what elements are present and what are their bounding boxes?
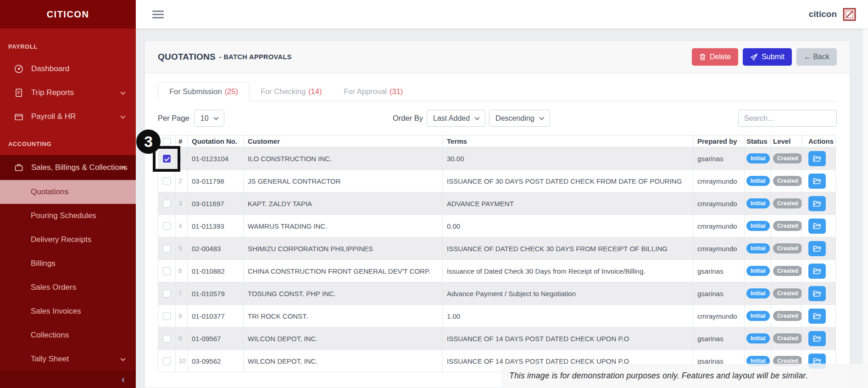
sidebar-subitem-sales-invoices[interactable]: Sales Invoices	[0, 299, 136, 323]
back-button[interactable]: ← Back	[796, 48, 837, 66]
customer-cell: TOSUNG CONST. PHP INC.	[244, 282, 443, 305]
tab-count: (25)	[225, 87, 238, 96]
chevron-down-icon	[213, 115, 218, 120]
order-field-value: Last Added	[433, 114, 470, 123]
order-by-label: Order By	[393, 114, 423, 123]
level-badge: Created	[773, 176, 802, 186]
row-checkbox[interactable]	[163, 357, 171, 365]
sidebar-subitem-tally-sheet[interactable]: Tally Sheet	[0, 347, 136, 371]
open-quotation-button[interactable]	[808, 264, 826, 279]
open-quotation-button[interactable]	[808, 151, 826, 166]
prepared-by-cell: cmraymundo	[693, 192, 745, 215]
open-quotation-button[interactable]	[808, 196, 826, 211]
open-quotation-button[interactable]	[808, 174, 826, 189]
sidebar-item-sales-billings-collections[interactable]: Sales, Billings & Collections	[0, 155, 136, 180]
sidebar-subitem-delivery-receipts[interactable]: Delivery Receipts	[0, 228, 136, 252]
collapse-sidebar-icon[interactable]: ‹	[122, 375, 125, 385]
customer-cell: JS GENERAL CONTRACTOR	[244, 170, 443, 192]
row-number: 4	[176, 215, 188, 237]
actions-cell	[802, 327, 836, 350]
row-checkbox[interactable]	[163, 335, 171, 343]
status-cell: Initial	[745, 305, 771, 327]
tab-for-approval[interactable]: For Approval (31)	[333, 82, 414, 101]
folder-open-icon	[813, 223, 821, 230]
quotations-card: QUOTATIONS - BATCH APPROVALS Delete Subm…	[145, 40, 850, 388]
level-badge: Created	[773, 221, 802, 231]
level-badge: Created	[773, 266, 802, 276]
order-field-select[interactable]: Last Added	[427, 110, 485, 127]
quotation-no-cell: 03-09562	[188, 350, 244, 372]
folder-open-icon	[813, 245, 821, 252]
sidebar-item-payroll-hr[interactable]: Payroll & HR	[0, 105, 136, 129]
hamburger-menu-icon[interactable]	[152, 9, 164, 20]
customer-cell: TRI ROCK CONST.	[244, 305, 443, 327]
row-checkbox[interactable]	[163, 177, 171, 185]
delete-button[interactable]: Delete	[692, 48, 738, 66]
folder-open-icon	[813, 313, 821, 320]
table-row: 502-00483SHIMIZU CORPORATION PHILIPPINES…	[158, 237, 836, 260]
row-number: 5	[176, 237, 188, 260]
row-checkbox[interactable]	[163, 200, 171, 208]
topbar: citicon	[136, 0, 868, 28]
demo-disclaimer: This image is for demonstration purposes…	[501, 364, 868, 388]
col-header-num: #	[176, 135, 188, 147]
sidebar-subitem-pouring-schedules[interactable]: Pouring Schedules	[0, 204, 136, 228]
sidebar-subitem-label: Sales Invoices	[31, 307, 81, 316]
open-quotation-button[interactable]	[808, 309, 826, 324]
customer-cell: ILO CONSTRUCTION INC.	[244, 147, 443, 170]
customer-cell: WILCON DEPOT, INC.	[244, 350, 443, 372]
card-header: QUOTATIONS - BATCH APPROVALS Delete Subm…	[145, 41, 850, 73]
col-header-prepared: Prepared by	[693, 135, 745, 147]
sidebar-subitem-collections[interactable]: Collections	[0, 323, 136, 347]
table-row: 701-010579TOSUNG CONST. PHP INC.Advance …	[158, 282, 836, 305]
per-page-select[interactable]: 10	[194, 110, 224, 127]
terms-cell: 0.00	[443, 215, 693, 237]
submit-button[interactable]: Submit	[743, 48, 792, 66]
sidebar-item-label: Sales, Billings & Collections	[31, 163, 128, 172]
sidebar-subitem-label: Billings	[31, 259, 56, 268]
order-direction-select[interactable]: Descending	[489, 110, 550, 127]
chevron-down-icon	[120, 113, 125, 118]
level-cell: Created	[771, 282, 802, 305]
sidebar-subitem-quotations[interactable]: Quotations	[0, 180, 136, 204]
row-checkbox[interactable]	[163, 245, 171, 253]
row-checkbox[interactable]	[163, 267, 171, 275]
open-quotation-button[interactable]	[808, 331, 826, 346]
level-badge: Created	[773, 243, 802, 253]
col-header-quotation: Quotation No.	[188, 135, 244, 147]
open-quotation-button[interactable]	[808, 219, 826, 234]
search-input[interactable]	[738, 110, 837, 127]
sidebar-item-dashboard[interactable]: Dashboard	[0, 57, 136, 81]
tab-for-checking[interactable]: For Checking (14)	[250, 82, 333, 101]
quotation-no-cell: 01-0123104	[188, 147, 244, 170]
row-checkbox[interactable]	[163, 222, 171, 230]
quotation-no-cell: 03-011798	[188, 170, 244, 192]
tab-for-submission[interactable]: For Submission (25)	[158, 82, 250, 101]
terms-cell: 1.00	[443, 305, 693, 327]
level-badge: Created	[773, 333, 802, 343]
folder-open-icon	[813, 155, 821, 162]
paper-plane-icon	[750, 53, 758, 61]
sidebar-subitem-billings[interactable]: Billings	[0, 252, 136, 276]
status-badge: Initial	[746, 176, 770, 186]
actions-cell	[802, 305, 836, 327]
delete-button-label: Delete	[710, 53, 731, 61]
actions-cell	[802, 170, 836, 192]
table-row: 601-010882CHINA CONSTRUCTION FRONT GENER…	[158, 260, 836, 282]
prepared-by-cell: gsarinas	[693, 282, 745, 305]
open-quotation-button[interactable]	[808, 241, 826, 256]
row-number: 9	[176, 327, 188, 350]
tab-label: For Submission	[169, 87, 222, 96]
sidebar-subitem-label: Quotations	[31, 187, 68, 197]
select-all-checkbox[interactable]	[163, 138, 171, 146]
folder-open-icon	[813, 200, 821, 207]
row-checkbox[interactable]	[163, 312, 171, 320]
sidebar-subitem-sales-orders[interactable]: Sales Orders	[0, 276, 136, 299]
card-body: For Submission (25) For Checking (14) Fo…	[145, 73, 850, 372]
row-checkbox[interactable]	[163, 290, 171, 298]
level-cell: Created	[771, 192, 802, 215]
open-quotation-button[interactable]	[808, 286, 826, 301]
sidebar-item-trip-reports[interactable]: Trip Reports	[0, 81, 136, 105]
page-subtitle: - BATCH APPROVALS	[219, 53, 292, 61]
scrollbar-track[interactable]	[862, 28, 868, 388]
